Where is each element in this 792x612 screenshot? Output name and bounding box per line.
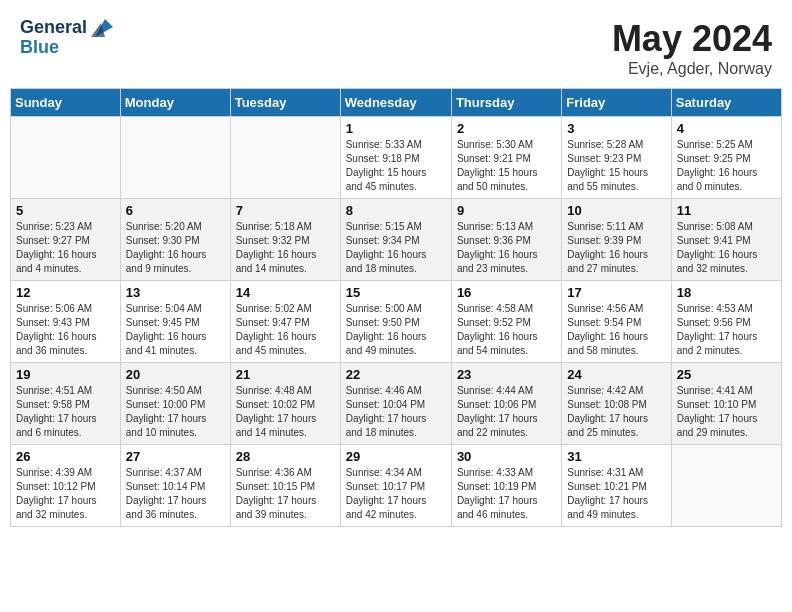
calendar: SundayMondayTuesdayWednesdayThursdayFrid… xyxy=(10,88,782,527)
day-cell: 3Sunrise: 5:28 AM Sunset: 9:23 PM Daylig… xyxy=(562,117,671,199)
month-title: May 2024 xyxy=(612,18,772,60)
day-info: Sunrise: 5:23 AM Sunset: 9:27 PM Dayligh… xyxy=(16,220,115,276)
logo: General Blue xyxy=(20,18,113,58)
day-number: 11 xyxy=(677,203,776,218)
weekday-header-tuesday: Tuesday xyxy=(230,89,340,117)
day-cell: 25Sunrise: 4:41 AM Sunset: 10:10 PM Dayl… xyxy=(671,363,781,445)
day-number: 8 xyxy=(346,203,446,218)
day-info: Sunrise: 4:33 AM Sunset: 10:19 PM Daylig… xyxy=(457,466,556,522)
week-row-5: 26Sunrise: 4:39 AM Sunset: 10:12 PM Dayl… xyxy=(11,445,782,527)
day-number: 21 xyxy=(236,367,335,382)
day-number: 20 xyxy=(126,367,225,382)
day-info: Sunrise: 5:00 AM Sunset: 9:50 PM Dayligh… xyxy=(346,302,446,358)
day-info: Sunrise: 4:37 AM Sunset: 10:14 PM Daylig… xyxy=(126,466,225,522)
logo-general: General xyxy=(20,18,87,38)
day-cell: 16Sunrise: 4:58 AM Sunset: 9:52 PM Dayli… xyxy=(451,281,561,363)
day-cell: 7Sunrise: 5:18 AM Sunset: 9:32 PM Daylig… xyxy=(230,199,340,281)
day-number: 27 xyxy=(126,449,225,464)
day-info: Sunrise: 5:25 AM Sunset: 9:25 PM Dayligh… xyxy=(677,138,776,194)
day-number: 3 xyxy=(567,121,665,136)
day-number: 29 xyxy=(346,449,446,464)
day-info: Sunrise: 4:48 AM Sunset: 10:02 PM Daylig… xyxy=(236,384,335,440)
day-number: 17 xyxy=(567,285,665,300)
day-number: 23 xyxy=(457,367,556,382)
day-cell xyxy=(11,117,121,199)
day-info: Sunrise: 4:41 AM Sunset: 10:10 PM Daylig… xyxy=(677,384,776,440)
day-cell: 19Sunrise: 4:51 AM Sunset: 9:58 PM Dayli… xyxy=(11,363,121,445)
day-info: Sunrise: 5:06 AM Sunset: 9:43 PM Dayligh… xyxy=(16,302,115,358)
day-number: 1 xyxy=(346,121,446,136)
day-cell xyxy=(671,445,781,527)
day-info: Sunrise: 5:15 AM Sunset: 9:34 PM Dayligh… xyxy=(346,220,446,276)
day-cell: 13Sunrise: 5:04 AM Sunset: 9:45 PM Dayli… xyxy=(120,281,230,363)
day-number: 5 xyxy=(16,203,115,218)
day-number: 30 xyxy=(457,449,556,464)
day-cell: 26Sunrise: 4:39 AM Sunset: 10:12 PM Dayl… xyxy=(11,445,121,527)
day-cell: 9Sunrise: 5:13 AM Sunset: 9:36 PM Daylig… xyxy=(451,199,561,281)
day-cell: 31Sunrise: 4:31 AM Sunset: 10:21 PM Dayl… xyxy=(562,445,671,527)
day-number: 13 xyxy=(126,285,225,300)
day-info: Sunrise: 5:08 AM Sunset: 9:41 PM Dayligh… xyxy=(677,220,776,276)
week-row-2: 5Sunrise: 5:23 AM Sunset: 9:27 PM Daylig… xyxy=(11,199,782,281)
day-info: Sunrise: 5:02 AM Sunset: 9:47 PM Dayligh… xyxy=(236,302,335,358)
day-number: 22 xyxy=(346,367,446,382)
day-cell: 6Sunrise: 5:20 AM Sunset: 9:30 PM Daylig… xyxy=(120,199,230,281)
day-info: Sunrise: 4:42 AM Sunset: 10:08 PM Daylig… xyxy=(567,384,665,440)
day-number: 31 xyxy=(567,449,665,464)
day-number: 25 xyxy=(677,367,776,382)
day-cell: 18Sunrise: 4:53 AM Sunset: 9:56 PM Dayli… xyxy=(671,281,781,363)
day-cell xyxy=(120,117,230,199)
day-info: Sunrise: 5:11 AM Sunset: 9:39 PM Dayligh… xyxy=(567,220,665,276)
day-number: 7 xyxy=(236,203,335,218)
day-cell: 15Sunrise: 5:00 AM Sunset: 9:50 PM Dayli… xyxy=(340,281,451,363)
day-cell: 20Sunrise: 4:50 AM Sunset: 10:00 PM Dayl… xyxy=(120,363,230,445)
day-cell xyxy=(230,117,340,199)
day-number: 26 xyxy=(16,449,115,464)
day-cell: 10Sunrise: 5:11 AM Sunset: 9:39 PM Dayli… xyxy=(562,199,671,281)
day-info: Sunrise: 4:50 AM Sunset: 10:00 PM Daylig… xyxy=(126,384,225,440)
title-area: May 2024 Evje, Agder, Norway xyxy=(612,18,772,78)
week-row-4: 19Sunrise: 4:51 AM Sunset: 9:58 PM Dayli… xyxy=(11,363,782,445)
day-number: 18 xyxy=(677,285,776,300)
day-cell: 14Sunrise: 5:02 AM Sunset: 9:47 PM Dayli… xyxy=(230,281,340,363)
day-number: 28 xyxy=(236,449,335,464)
day-cell: 24Sunrise: 4:42 AM Sunset: 10:08 PM Dayl… xyxy=(562,363,671,445)
day-info: Sunrise: 4:56 AM Sunset: 9:54 PM Dayligh… xyxy=(567,302,665,358)
day-number: 10 xyxy=(567,203,665,218)
day-info: Sunrise: 5:04 AM Sunset: 9:45 PM Dayligh… xyxy=(126,302,225,358)
weekday-header-thursday: Thursday xyxy=(451,89,561,117)
day-info: Sunrise: 5:28 AM Sunset: 9:23 PM Dayligh… xyxy=(567,138,665,194)
day-info: Sunrise: 4:31 AM Sunset: 10:21 PM Daylig… xyxy=(567,466,665,522)
day-info: Sunrise: 5:33 AM Sunset: 9:18 PM Dayligh… xyxy=(346,138,446,194)
day-info: Sunrise: 4:36 AM Sunset: 10:15 PM Daylig… xyxy=(236,466,335,522)
day-cell: 22Sunrise: 4:46 AM Sunset: 10:04 PM Dayl… xyxy=(340,363,451,445)
day-cell: 29Sunrise: 4:34 AM Sunset: 10:17 PM Dayl… xyxy=(340,445,451,527)
day-info: Sunrise: 4:58 AM Sunset: 9:52 PM Dayligh… xyxy=(457,302,556,358)
header: General Blue May 2024 Evje, Agder, Norwa… xyxy=(10,10,782,82)
day-number: 9 xyxy=(457,203,556,218)
day-number: 12 xyxy=(16,285,115,300)
day-cell: 2Sunrise: 5:30 AM Sunset: 9:21 PM Daylig… xyxy=(451,117,561,199)
day-number: 19 xyxy=(16,367,115,382)
week-row-1: 1Sunrise: 5:33 AM Sunset: 9:18 PM Daylig… xyxy=(11,117,782,199)
day-number: 14 xyxy=(236,285,335,300)
day-cell: 21Sunrise: 4:48 AM Sunset: 10:02 PM Dayl… xyxy=(230,363,340,445)
day-cell: 17Sunrise: 4:56 AM Sunset: 9:54 PM Dayli… xyxy=(562,281,671,363)
day-cell: 12Sunrise: 5:06 AM Sunset: 9:43 PM Dayli… xyxy=(11,281,121,363)
weekday-header-sunday: Sunday xyxy=(11,89,121,117)
weekday-header-row: SundayMondayTuesdayWednesdayThursdayFrid… xyxy=(11,89,782,117)
day-cell: 8Sunrise: 5:15 AM Sunset: 9:34 PM Daylig… xyxy=(340,199,451,281)
day-info: Sunrise: 4:46 AM Sunset: 10:04 PM Daylig… xyxy=(346,384,446,440)
day-cell: 30Sunrise: 4:33 AM Sunset: 10:19 PM Dayl… xyxy=(451,445,561,527)
location-title: Evje, Agder, Norway xyxy=(612,60,772,78)
day-number: 4 xyxy=(677,121,776,136)
day-cell: 27Sunrise: 4:37 AM Sunset: 10:14 PM Dayl… xyxy=(120,445,230,527)
weekday-header-saturday: Saturday xyxy=(671,89,781,117)
weekday-header-monday: Monday xyxy=(120,89,230,117)
day-number: 15 xyxy=(346,285,446,300)
day-cell: 11Sunrise: 5:08 AM Sunset: 9:41 PM Dayli… xyxy=(671,199,781,281)
day-info: Sunrise: 4:53 AM Sunset: 9:56 PM Dayligh… xyxy=(677,302,776,358)
day-cell: 1Sunrise: 5:33 AM Sunset: 9:18 PM Daylig… xyxy=(340,117,451,199)
day-info: Sunrise: 5:18 AM Sunset: 9:32 PM Dayligh… xyxy=(236,220,335,276)
day-info: Sunrise: 4:39 AM Sunset: 10:12 PM Daylig… xyxy=(16,466,115,522)
